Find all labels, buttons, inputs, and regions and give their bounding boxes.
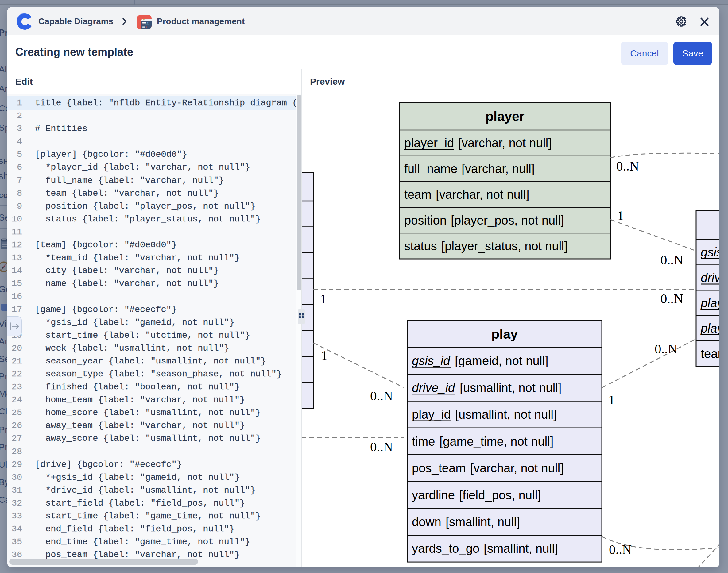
svg-text:[field_pos, null]: [field_pos, null] — [459, 488, 541, 502]
svg-text:player_id: player_id — [700, 321, 719, 335]
svg-text:[varchar, not null]: [varchar, not null] — [458, 136, 552, 150]
svg-text:[varchar, null]: [varchar, null] — [462, 162, 535, 175]
svg-text:[smallint, null]: [smallint, null] — [446, 515, 520, 528]
svg-text:1: 1 — [617, 208, 624, 223]
svg-text:0..N: 0..N — [661, 253, 683, 267]
svg-text:play_id: play_id — [412, 408, 451, 421]
svg-text:yards_to_go: yards_to_go — [412, 542, 479, 555]
svg-text:0..N: 0..N — [654, 342, 677, 356]
svg-text:[usmallint, not null]: [usmallint, not null] — [460, 381, 561, 395]
svg-text:team: team — [701, 347, 719, 360]
svg-text:0..N: 0..N — [370, 439, 393, 454]
svg-text:1: 1 — [320, 292, 327, 306]
svg-text:gsis_id: gsis_id — [412, 354, 450, 367]
svg-text:[player_status, not null]: [player_status, not null] — [441, 239, 568, 253]
svg-text:0..N: 0..N — [661, 292, 683, 306]
svg-text:full_name: full_name — [404, 162, 457, 175]
svg-text:[game_time, not null]: [game_time, not null] — [439, 435, 553, 448]
svg-text:status: status — [404, 239, 437, 253]
svg-text:drive_id: drive_id — [701, 271, 719, 284]
svg-text:play: play — [491, 327, 518, 342]
svg-text:position: position — [404, 213, 446, 227]
svg-text:pos_team: pos_team — [412, 461, 466, 475]
svg-text:team: team — [404, 188, 432, 201]
svg-text:[varchar, not null]: [varchar, not null] — [436, 188, 529, 201]
svg-text:[gameid, not null]: [gameid, not null] — [455, 354, 548, 367]
svg-text:yardline: yardline — [412, 488, 455, 502]
svg-text:0..N: 0..N — [616, 159, 639, 173]
svg-text:[player_pos, not null]: [player_pos, not null] — [451, 213, 564, 227]
svg-text:down: down — [412, 515, 441, 528]
svg-text:0..N: 0..N — [609, 542, 632, 557]
svg-text:gsis_id: gsis_id — [701, 245, 719, 259]
svg-text:player: player — [486, 109, 525, 123]
svg-text:drive_id: drive_id — [412, 381, 455, 395]
svg-text:[usmallint, not null]: [usmallint, not null] — [455, 408, 557, 421]
svg-text:[smallint, null]: [smallint, null] — [484, 542, 558, 555]
svg-text:play_id: play_id — [700, 296, 719, 310]
svg-text:1: 1 — [321, 348, 328, 363]
svg-text:time: time — [412, 435, 435, 448]
svg-text:[varchar, not null]: [varchar, not null] — [470, 461, 564, 475]
svg-text:1: 1 — [608, 393, 615, 407]
svg-text:0..N: 0..N — [370, 388, 393, 403]
svg-text:player_id: player_id — [404, 136, 454, 150]
